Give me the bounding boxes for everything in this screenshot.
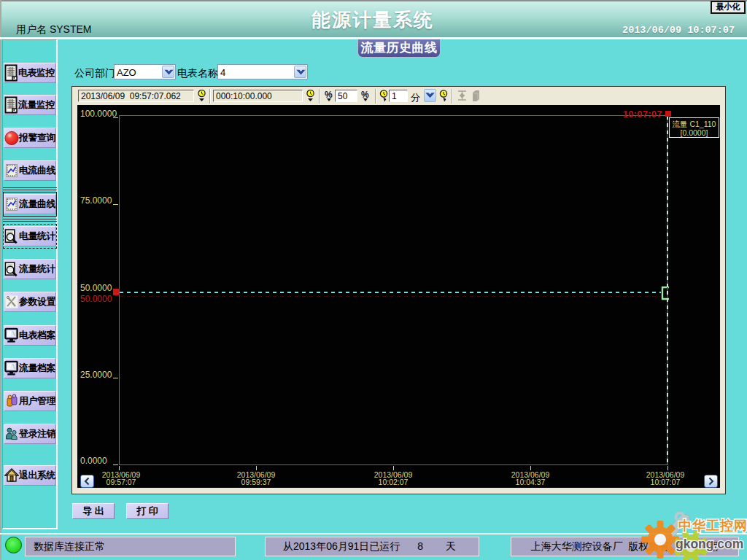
svg-text:中华工控网: 中华工控网 <box>678 518 747 533</box>
svg-text:%: % <box>325 90 333 100</box>
svg-text:gkong.com: gkong.com <box>676 537 743 551</box>
svg-text:%: % <box>361 90 369 100</box>
